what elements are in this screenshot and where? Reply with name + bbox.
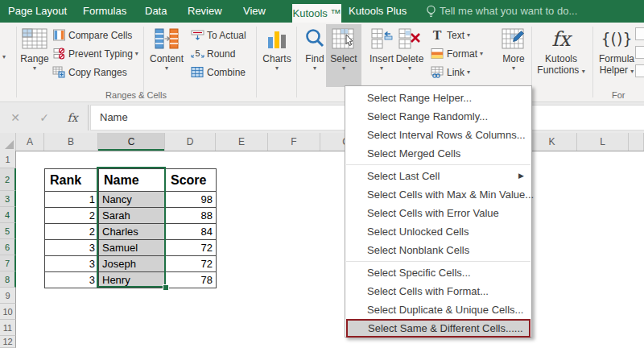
link-button[interactable]: Link ▾ [430,63,483,81]
clipped-ribbon-icon [635,27,644,40]
cell-B2[interactable]: Rank [45,169,99,192]
row-header-12[interactable]: 12 [0,336,16,348]
text-label: Text [447,30,464,41]
combine-button[interactable]: Combine [190,63,246,81]
cell-B7[interactable]: 3 [45,256,99,272]
column-header-C[interactable]: C [98,133,165,151]
menu-item-select-range-randomly[interactable]: Select Range Randomly... [345,107,531,126]
row-header-6[interactable]: 6 [0,239,16,255]
more-label: More [496,53,531,64]
copy-ranges-label: Copy Ranges [68,67,127,78]
cell-C3[interactable]: Nancy [99,192,166,208]
menu-item-select-unlocked-cells[interactable]: Select Unlocked Cells [345,222,531,241]
cell-D6[interactable]: 72 [166,240,217,256]
menu-item-select-range-helper[interactable]: Select Range Helper... [345,89,531,107]
menu-item-select-duplicate-unique-cells[interactable]: Select Duplicate & Unique Cells... [345,300,531,319]
row-header-1[interactable]: 1 [0,151,16,168]
cell-C5[interactable]: Charles [99,224,166,240]
formula-helper-button[interactable]: {()} Formula Helper ▾ [596,24,638,84]
column-header-D[interactable]: D [165,133,216,151]
insert-function-icon[interactable]: fx [64,102,80,133]
cell-D2[interactable]: Score [166,169,217,192]
column-header-A[interactable]: A [16,133,44,151]
row-header-10[interactable]: 10 [0,304,16,320]
row-header-9[interactable]: 9 [0,288,16,304]
column-header-E[interactable]: E [216,133,268,151]
prevent-typing-button[interactable]: Prevent Typing ▾ [52,44,138,63]
tab-page-layout[interactable]: Page Layout [8,0,67,23]
enter-check-icon[interactable]: ✓ [36,102,52,133]
lightbulb-icon [425,5,437,19]
menu-item-select-same-different-cells[interactable]: Select Same & Different Cells...... [346,319,530,338]
cell-B4[interactable]: 2 [45,208,99,224]
tell-me-box[interactable]: Tell me what you want to do... [440,0,577,23]
cell-B6[interactable]: 3 [45,240,99,256]
content-small-buttons: To Actual 5 Round [190,26,246,81]
cell-B8[interactable]: 3 [45,272,99,288]
cell-C6[interactable]: Samuel [99,240,166,256]
delete-button[interactable]: Delete ▾ [392,24,427,84]
tab-data[interactable]: Data [145,0,167,23]
copy-ranges-button[interactable]: Copy Ranges [52,63,138,81]
cell-D3[interactable]: 98 [166,192,217,208]
group-separator [296,27,297,97]
column-header-K[interactable]: K [527,133,577,151]
dropdown-arrow-icon: ▾ [149,64,184,72]
more-button[interactable]: More ▾ [496,24,531,84]
menu-item-select-last-cell[interactable]: Select Last Cell▶ [345,167,531,185]
cell-C2[interactable]: Name [99,169,166,192]
column-header-corner[interactable] [0,133,16,151]
column-header-B[interactable]: B [44,133,98,151]
to-actual-button[interactable]: To Actual [190,26,246,44]
select-all-corner-triangle [5,140,14,149]
tab-formulas[interactable]: Formulas [83,0,126,23]
group-label-ranges-cells: Ranges & Cells [16,90,256,100]
round-button[interactable]: 5 Round [190,44,246,63]
tab-kutools-[interactable]: Kutools ™ [292,4,341,23]
menu-item-select-merged-cells[interactable]: Select Merged Cells [345,144,531,163]
prevent-typing-icon [52,48,66,60]
select-button[interactable]: Select ▾ [326,24,361,87]
content-button[interactable]: Content ▾ [149,24,184,84]
column-header-L[interactable]: L [577,133,629,151]
row-header-5[interactable]: 5 [0,223,16,239]
menu-item-select-nonblank-cells[interactable]: Select Nonblank Cells [345,241,531,259]
charts-button[interactable]: Charts ▾ [259,24,295,84]
row-header-4[interactable]: 4 [0,207,16,223]
menu-item-select-cells-with-format[interactable]: Select Cells with Format... [345,282,531,300]
cell-B3[interactable]: 1 [45,192,99,208]
menu-item-select-cells-with-max-min-value[interactable]: Select Cells with Max & Min Value... [345,185,531,204]
cell-C7[interactable]: Joseph [99,256,166,272]
cancel-icon[interactable]: ✕ [7,102,23,133]
fill-handle[interactable] [163,284,169,291]
menu-item-select-cells-with-error-value[interactable]: Select Cells with Error Value [345,204,531,222]
tab-kutools-plus[interactable]: Kutools Plus [349,0,407,23]
tab-view[interactable]: View [243,0,266,23]
range-button[interactable]: Range ▾ [18,24,52,84]
text-button[interactable]: T Text ▾ [430,26,483,44]
row-header-3[interactable]: 3 [0,191,16,207]
cell-C4[interactable]: Sarah [99,208,166,224]
menu-item-select-interval-rows-columns[interactable]: Select Interval Rows & Columns... [345,126,531,144]
select-label: Select [326,53,361,64]
row-header-8[interactable]: 8 [0,271,16,288]
compare-cells-button[interactable]: Compare Cells [52,26,138,44]
cell-D4[interactable]: 88 [166,208,217,224]
menu-item-select-specific-cells[interactable]: Select Specific Cells... [345,263,531,282]
range-label: Range [18,53,52,64]
tab-review[interactable]: Review [188,0,222,23]
cell-D8[interactable]: 78 [166,272,217,288]
clipped-left-dropdown-arrow[interactable]: ▾ [2,53,6,60]
format-button[interactable]: Format ▾ [430,44,483,63]
column-header-corner[interactable] [629,133,644,151]
cell-D5[interactable]: 84 [166,224,217,240]
kutools-functions-button[interactable]: fx Kutools Functions ▾ [536,24,586,84]
column-header-F[interactable]: F [268,133,320,151]
cell-D7[interactable]: 72 [166,256,217,272]
cell-C8[interactable]: Henry [99,272,166,288]
cell-B5[interactable]: 2 [45,224,99,240]
row-header-2[interactable]: 2 [0,168,16,191]
row-header-7[interactable]: 7 [0,255,16,271]
row-header-11[interactable]: 11 [0,320,16,336]
table-row: 2Sarah88 [45,208,217,224]
